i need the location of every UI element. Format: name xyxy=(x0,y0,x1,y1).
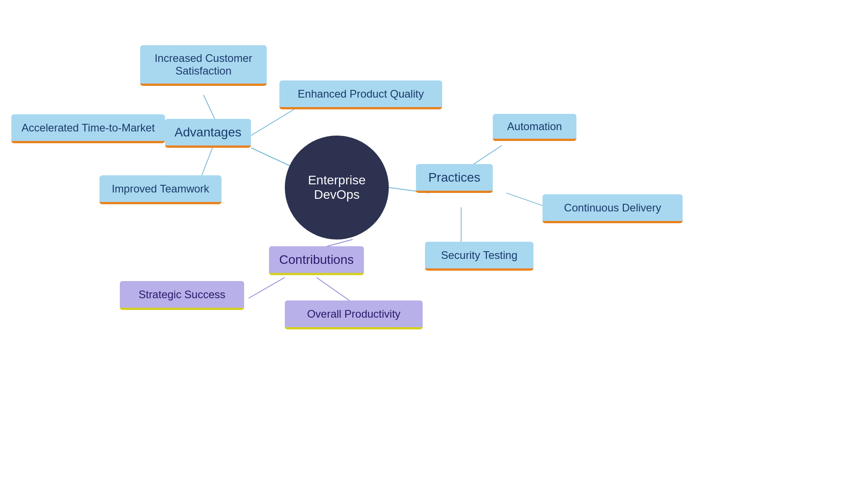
svg-line-11 xyxy=(316,277,353,303)
accelerated-time-to-market-label: Accelerated Time-to-Market xyxy=(22,122,155,134)
practices-node[interactable]: Practices xyxy=(416,164,493,193)
increased-customer-satisfaction-label: Increased Customer Satisfaction xyxy=(150,52,257,77)
overall-productivity-label: Overall Productivity xyxy=(307,308,401,320)
enhanced-product-quality-node[interactable]: Enhanced Product Quality xyxy=(279,80,442,109)
improved-teamwork-label: Improved Teamwork xyxy=(112,183,209,195)
contributions-label: Contributions xyxy=(279,253,354,267)
strategic-success-label: Strategic Success xyxy=(138,288,225,301)
increased-customer-satisfaction-node[interactable]: Increased Customer Satisfaction xyxy=(140,45,267,86)
overall-productivity-node[interactable]: Overall Productivity xyxy=(285,300,423,329)
svg-line-10 xyxy=(249,277,285,298)
contributions-node[interactable]: Contributions xyxy=(269,246,364,275)
center-node: Enterprise DevOps xyxy=(285,136,389,239)
security-testing-node[interactable]: Security Testing xyxy=(425,242,533,271)
continuous-delivery-node[interactable]: Continuous Delivery xyxy=(542,194,683,223)
enhanced-product-quality-label: Enhanced Product Quality xyxy=(298,88,424,100)
advantages-label: Advantages xyxy=(175,125,241,140)
advantages-node[interactable]: Advantages xyxy=(165,119,251,148)
automation-label: Automation xyxy=(507,120,562,133)
security-testing-label: Security Testing xyxy=(441,249,518,262)
accelerated-time-to-market-node[interactable]: Accelerated Time-to-Market xyxy=(11,114,165,143)
improved-teamwork-node[interactable]: Improved Teamwork xyxy=(99,175,222,204)
practices-label: Practices xyxy=(428,170,480,185)
center-node-label: Enterprise DevOps xyxy=(285,173,389,202)
continuous-delivery-label: Continuous Delivery xyxy=(564,202,661,214)
automation-node[interactable]: Automation xyxy=(493,114,576,141)
strategic-success-node[interactable]: Strategic Success xyxy=(120,281,244,310)
